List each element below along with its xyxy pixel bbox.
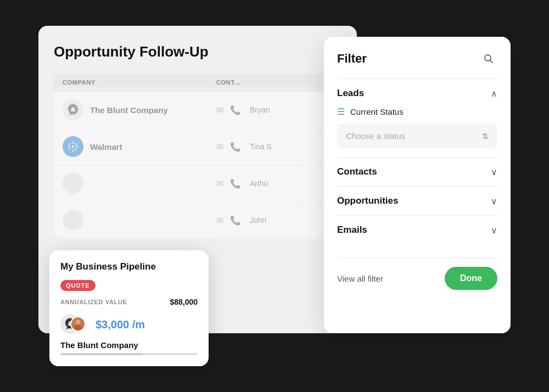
col-contact-header: CONT...: [216, 79, 240, 86]
svg-point-12: [74, 325, 82, 331]
annualized-value: $88,000: [170, 298, 198, 306]
opportunities-section: Opportunities ∨: [337, 186, 497, 215]
search-icon-button[interactable]: [480, 50, 497, 68]
chevron-down-icon: ∨: [491, 225, 497, 236]
view-all-link[interactable]: View all filter: [337, 274, 383, 283]
pipeline-title: My Business Pipeline: [60, 261, 198, 272]
emails-title: Emails: [337, 225, 367, 236]
current-status-row: ☰ Current Status: [337, 107, 497, 117]
list-icon: ☰: [337, 107, 345, 117]
done-button[interactable]: Done: [445, 267, 497, 290]
annualized-row: ANNUALIZED VALUE $88,000: [60, 298, 198, 306]
chevron-up-icon: ∧: [491, 88, 497, 99]
status-placeholder: Choose a status: [346, 131, 405, 141]
pipeline-avatar: [70, 316, 86, 332]
opportunities-section-header[interactable]: Opportunities ∨: [337, 195, 497, 206]
leads-header[interactable]: Leads ∧: [337, 88, 497, 99]
leads-title: Leads: [337, 88, 364, 99]
updown-arrows-icon: ⇅: [482, 132, 489, 141]
pipeline-bar: [60, 353, 198, 355]
pipeline-bar-fill: [60, 353, 143, 355]
filter-title: Filter: [337, 52, 367, 66]
svg-point-11: [76, 320, 81, 324]
leads-section: Leads ∧ ☰ Current Status Choose a status…: [337, 79, 497, 157]
emails-section: Emails ∨: [337, 215, 497, 244]
annualized-label: ANNUALIZED VALUE: [60, 299, 127, 305]
emails-section-header[interactable]: Emails ∨: [337, 225, 497, 236]
filter-panel: Filter Leads ∧ ☰ Current Status Choose a…: [324, 37, 511, 333]
page-title: Opportunity Follow-Up: [54, 43, 341, 60]
chevron-down-icon: ∨: [491, 196, 497, 206]
quote-badge: QUOTE: [60, 280, 96, 291]
col-company-header: COMPANY: [63, 79, 216, 86]
monthly-value: $3,000 /m: [96, 318, 145, 331]
status-dropdown[interactable]: Choose a status ⇅: [337, 124, 497, 148]
opportunities-title: Opportunities: [337, 195, 398, 206]
company-info-row: $3,000 /m: [60, 314, 198, 335]
chevron-down-icon: ∨: [491, 167, 497, 177]
svg-line-10: [490, 60, 493, 63]
filter-header: Filter: [337, 50, 497, 68]
current-status-label: Current Status: [350, 107, 404, 116]
filter-footer: View all filter Done: [337, 257, 497, 290]
contacts-section: Contacts ∨: [337, 157, 497, 186]
contacts-section-header[interactable]: Contacts ∨: [337, 166, 497, 177]
contacts-title: Contacts: [337, 166, 377, 177]
pipeline-logos: [60, 314, 90, 335]
pipeline-card: My Business Pipeline QUOTE ANNUALIZED VA…: [49, 250, 209, 366]
pipeline-company-name: The Blunt Company: [60, 340, 198, 350]
